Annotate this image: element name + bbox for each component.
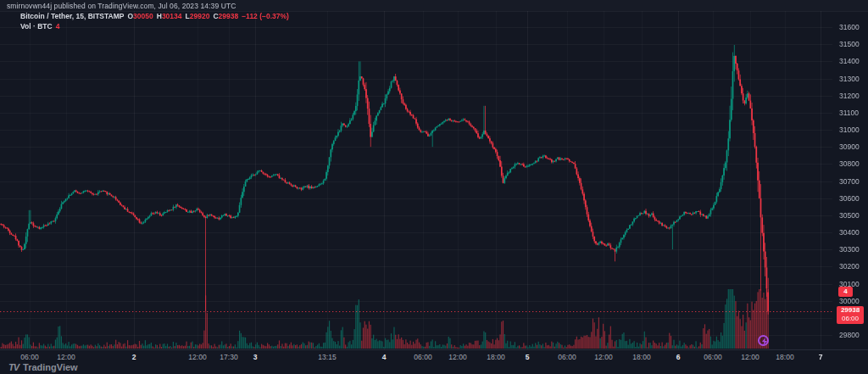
price-tick-label: 30500 xyxy=(839,211,860,220)
time-tick-label: 7 xyxy=(819,353,823,361)
chart-snapshot: smirnovwn44j published on TradingView.co… xyxy=(0,0,868,374)
price-tick-label: 31600 xyxy=(839,23,860,31)
time-tick-label: 5 xyxy=(526,353,530,361)
legend-row-main: Bitcoin / Tether, 15, BITSTAMPO30050H301… xyxy=(20,12,289,21)
volume-label: Vol · BTC xyxy=(20,22,53,31)
attribution-bar: smirnovwn44j published on TradingView.co… xyxy=(0,0,868,12)
volume-axis-badge: 4 xyxy=(838,287,853,297)
price-axis[interactable]: 3160031500314003130031200311003100030900… xyxy=(834,11,868,349)
time-tick-label: 18:00 xyxy=(487,353,504,361)
last-price-value: 29938 xyxy=(837,306,864,315)
price-tick-label: 29800 xyxy=(839,331,860,339)
lightning-icon xyxy=(761,338,768,345)
tradingview-logo-icon[interactable]: TV xyxy=(8,362,19,372)
ohlc-value: 30050 xyxy=(133,12,153,20)
time-tick-label: 13:15 xyxy=(318,353,336,361)
time-tick-label: 06:00 xyxy=(558,353,576,361)
time-tick-label: 6 xyxy=(676,353,681,361)
price-tick-label: 31500 xyxy=(839,40,860,48)
time-tick-label: 18:00 xyxy=(776,353,793,361)
time-tick-label: 18:00 xyxy=(632,353,650,361)
time-tick-label: 3 xyxy=(253,353,258,361)
time-tick-label: 12:00 xyxy=(741,353,759,361)
price-tick-label: 31100 xyxy=(839,109,859,117)
price-change: −112 (−0.37%) xyxy=(242,12,289,20)
price-tick-label: 30800 xyxy=(839,159,860,168)
time-tick-label: 06:00 xyxy=(414,353,431,361)
ohlc-value: 29938 xyxy=(219,12,239,20)
price-tick-label: 30700 xyxy=(839,177,860,186)
price-tick-label: 30400 xyxy=(839,228,860,237)
ohlc-values: O30050H30134L29920C29938 xyxy=(124,12,238,20)
price-chart-canvas[interactable] xyxy=(0,0,832,349)
time-tick-label: 06:00 xyxy=(704,353,721,361)
time-tick-label: 4 xyxy=(382,353,387,361)
price-tick-label: 31000 xyxy=(839,126,860,134)
time-tick-label: 12:00 xyxy=(448,353,466,361)
legend-row-volume: Vol · BTC4 xyxy=(20,22,289,31)
bar-countdown: 06:00 xyxy=(837,315,864,323)
time-tick-label: 17:30 xyxy=(220,353,237,361)
price-tick-label: 30900 xyxy=(839,142,860,151)
time-tick-label: 2 xyxy=(132,353,136,361)
price-tick-label: 30200 xyxy=(839,262,860,271)
time-tick-label: 12:00 xyxy=(188,353,206,361)
volume-value: 4 xyxy=(56,22,60,31)
ohlc-value: 29920 xyxy=(190,12,210,20)
price-tick-label: 31200 xyxy=(839,92,860,100)
ohlc-value: 30134 xyxy=(162,12,182,20)
purple-circle-marker[interactable] xyxy=(758,335,769,346)
last-price-badge: 29938 06:00 xyxy=(837,306,864,324)
attribution-text: smirnovwn44j published on TradingView.co… xyxy=(7,2,236,10)
time-tick-label: 12:00 xyxy=(594,353,612,361)
price-tick-label: 31300 xyxy=(839,75,860,83)
price-tick-label: 30600 xyxy=(839,194,860,203)
footer: TV TradingView xyxy=(8,360,78,374)
symbol-title: Bitcoin / Tether, 15, BITSTAMP xyxy=(20,12,124,20)
price-tick-label: 30300 xyxy=(839,245,860,254)
symbol-legend: Bitcoin / Tether, 15, BITSTAMPO30050H301… xyxy=(20,12,289,31)
price-tick-label: 31400 xyxy=(839,57,860,65)
time-axis[interactable]: 06:0012:00212:0017:30313:15406:0012:0018… xyxy=(0,349,868,362)
price-tick-label: 30000 xyxy=(839,297,860,305)
brand-name[interactable]: TradingView xyxy=(23,362,78,372)
